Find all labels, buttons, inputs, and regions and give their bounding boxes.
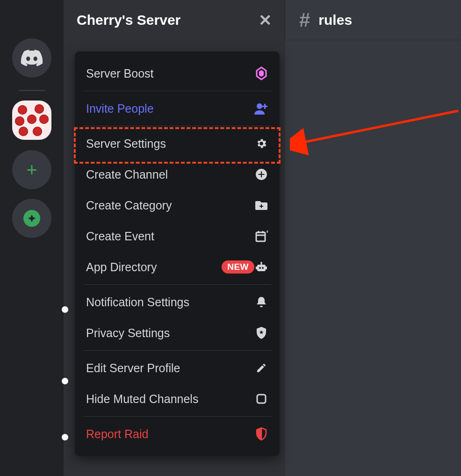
server-name-header[interactable]: Cherry's Server ✕ (64, 0, 285, 40)
plus-circle-icon (254, 167, 268, 181)
svg-rect-2 (256, 232, 265, 241)
close-dropdown-button[interactable]: ✕ (259, 11, 272, 29)
menu-divider (83, 284, 271, 285)
menu-item-report-raid[interactable]: Report Raid (75, 418, 280, 449)
home-button[interactable] (12, 38, 51, 78)
boost-gem-icon (254, 66, 268, 80)
menu-label: Server Boost (86, 67, 254, 80)
menu-item-hide-muted-channels[interactable]: Hide Muted Channels (75, 383, 280, 414)
unread-indicator (62, 378, 68, 384)
menu-label: Create Category (86, 199, 254, 212)
unread-indicator (62, 306, 68, 313)
menu-label: Edit Server Profile (86, 361, 254, 375)
menu-divider (83, 350, 271, 351)
menu-divider (83, 91, 271, 91)
menu-label: Privacy Settings (86, 326, 254, 340)
svg-point-9 (262, 267, 264, 269)
add-server-button[interactable]: + (12, 150, 51, 189)
compass-icon (23, 210, 40, 227)
server-rail: + (0, 0, 64, 476)
menu-label: Hide Muted Channels (86, 392, 254, 406)
menu-label: Create Channel (86, 168, 254, 181)
annotation-arrow (290, 105, 461, 166)
svg-line-14 (302, 111, 458, 143)
svg-text:+: + (266, 230, 268, 234)
svg-rect-10 (261, 262, 262, 265)
menu-item-app-directory[interactable]: App Directory NEW (75, 252, 280, 282)
shield-alert-icon (254, 427, 268, 441)
gear-icon (254, 137, 268, 151)
bell-icon (254, 295, 268, 309)
svg-rect-11 (256, 267, 257, 269)
menu-item-create-channel[interactable]: Create Channel (75, 159, 280, 190)
channel-header: # rules (285, 0, 461, 40)
menu-item-edit-server-profile[interactable]: Edit Server Profile (75, 353, 280, 383)
menu-item-notification-settings[interactable]: Notification Settings (75, 287, 280, 317)
robot-icon (254, 260, 268, 274)
menu-item-server-settings[interactable]: Server Settings (75, 128, 280, 159)
unread-indicator (62, 434, 68, 440)
folder-plus-icon (254, 198, 268, 212)
menu-item-privacy-settings[interactable]: Privacy Settings (75, 317, 280, 348)
new-badge: NEW (222, 260, 254, 274)
invite-people-icon (254, 101, 268, 115)
discord-logo-icon (21, 50, 43, 66)
server-dropdown-menu: Server Boost Invite People Server Settin… (75, 51, 280, 456)
pencil-icon (254, 361, 268, 375)
svg-rect-13 (257, 395, 266, 403)
svg-rect-7 (257, 265, 266, 271)
menu-item-create-category[interactable]: Create Category (75, 190, 280, 221)
svg-rect-12 (266, 267, 267, 269)
channel-name-label: rules (318, 12, 352, 28)
checkbox-empty-icon (254, 392, 268, 406)
menu-item-server-boost[interactable]: Server Boost (75, 58, 280, 89)
calendar-plus-icon: + (254, 229, 268, 243)
header-bar: Cherry's Server ✕ # rules (64, 0, 461, 40)
svg-point-8 (259, 267, 261, 269)
server-icon-cherrys[interactable] (12, 101, 51, 140)
plus-icon: + (26, 159, 37, 180)
menu-label: Notification Settings (86, 296, 254, 309)
hash-icon: # (299, 9, 310, 31)
explore-servers-button[interactable] (12, 199, 51, 238)
svg-point-0 (257, 103, 262, 109)
menu-item-invite-people[interactable]: Invite People (75, 93, 280, 124)
menu-divider (83, 416, 271, 417)
rail-separator (19, 90, 45, 91)
menu-label: App Directory (86, 260, 215, 274)
menu-label: Server Settings (86, 137, 254, 151)
menu-label: Create Event (86, 230, 254, 243)
menu-item-create-event[interactable]: Create Event + (75, 221, 280, 252)
menu-label: Report Raid (86, 427, 254, 441)
menu-divider (83, 126, 271, 126)
menu-label: Invite People (86, 102, 254, 115)
server-name-label: Cherry's Server (77, 12, 180, 28)
shield-star-icon (254, 326, 268, 340)
